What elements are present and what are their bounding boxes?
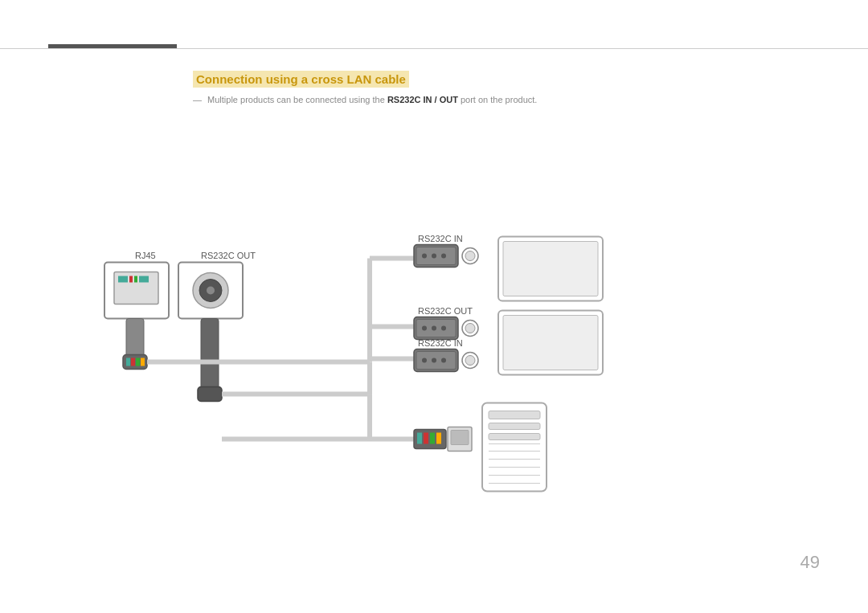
- svg-point-32: [465, 251, 475, 261]
- svg-rect-11: [141, 358, 145, 366]
- top-divider-line: [0, 48, 868, 49]
- svg-point-44: [441, 358, 446, 363]
- rj45-label: RJ45: [135, 251, 156, 260]
- section-title: Connection using a cross LAN cable: [193, 71, 409, 88]
- rs232c-out-mid-label: RS232C OUT: [418, 306, 473, 316]
- diagram-area: RJ45 RS232C OUT: [48, 112, 820, 565]
- svg-rect-16: [201, 319, 219, 391]
- subtitle-bold: RS232C IN / OUT: [387, 95, 458, 104]
- rs232c-out-left-label: RS232C OUT: [201, 251, 256, 260]
- svg-point-15: [207, 287, 215, 295]
- svg-rect-59: [451, 431, 469, 445]
- subtitle: Multiple products can be connected using…: [193, 95, 537, 104]
- rs232c-in-top-label: RS232C IN: [418, 234, 463, 243]
- svg-point-36: [432, 326, 436, 331]
- svg-point-35: [422, 326, 427, 331]
- rs232c-in-bot-label: RS232C IN: [418, 338, 463, 348]
- subtitle-suffix: port on the product.: [458, 95, 537, 104]
- svg-rect-62: [489, 423, 540, 430]
- svg-point-46: [465, 356, 475, 366]
- svg-rect-6: [126, 319, 144, 359]
- svg-rect-54: [417, 433, 422, 444]
- svg-rect-57: [436, 433, 441, 444]
- svg-point-43: [432, 358, 436, 363]
- svg-rect-5: [139, 276, 149, 283]
- svg-rect-4: [134, 276, 137, 283]
- svg-point-37: [441, 326, 446, 331]
- svg-rect-63: [489, 434, 540, 440]
- svg-point-29: [432, 254, 436, 259]
- subtitle-prefix: Multiple products can be connected using…: [207, 95, 387, 104]
- svg-point-28: [422, 254, 427, 259]
- svg-rect-9: [131, 358, 135, 366]
- svg-rect-10: [136, 358, 140, 366]
- svg-rect-48: [503, 242, 598, 296]
- svg-rect-55: [424, 433, 428, 444]
- svg-point-39: [465, 324, 475, 333]
- svg-rect-61: [489, 411, 540, 419]
- svg-rect-50: [503, 316, 598, 370]
- page-number: 49: [800, 552, 820, 573]
- svg-rect-3: [129, 276, 133, 283]
- connection-diagram: RJ45 RS232C OUT: [48, 112, 820, 565]
- svg-rect-56: [430, 433, 435, 444]
- svg-rect-17: [198, 387, 222, 402]
- svg-point-30: [441, 254, 446, 259]
- svg-rect-8: [126, 358, 130, 366]
- svg-rect-2: [118, 276, 128, 283]
- main-content: Connection using a cross LAN cable Multi…: [48, 56, 820, 581]
- svg-point-42: [422, 358, 427, 363]
